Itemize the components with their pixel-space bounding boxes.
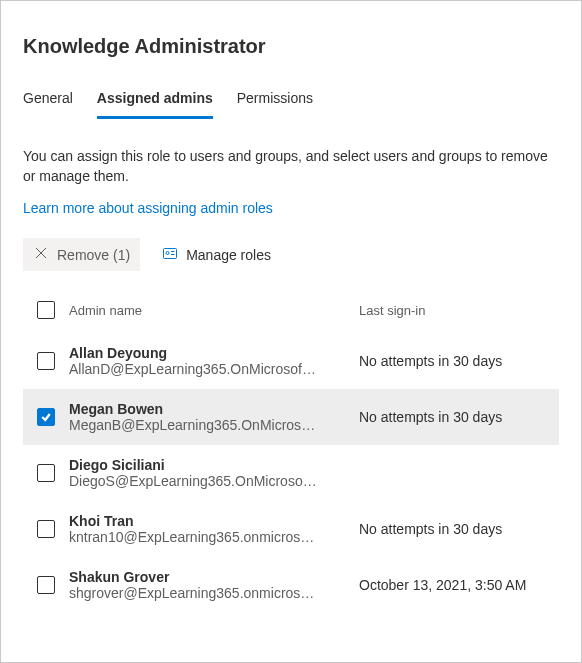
svg-point-3 — [166, 252, 169, 255]
row-checkbox[interactable] — [37, 408, 55, 426]
column-header-name[interactable]: Admin name — [69, 303, 359, 318]
admin-name: Allan Deyoung — [69, 345, 349, 361]
close-icon — [33, 245, 49, 264]
row-checkbox[interactable] — [37, 464, 55, 482]
page-title: Knowledge Administrator — [23, 35, 559, 58]
table-header: Admin name Last sign-in — [23, 295, 559, 333]
last-signin: No attempts in 30 days — [359, 409, 559, 425]
admin-name: Khoi Tran — [69, 513, 349, 529]
table-row[interactable]: Khoi Trankntran10@ExpLearning365.onmicro… — [23, 501, 559, 557]
admin-email: kntran10@ExpLearning365.onmicrosof... — [69, 529, 319, 545]
admin-list: Allan DeyoungAllanD@ExpLearning365.OnMic… — [23, 333, 559, 613]
admin-email: AllanD@ExpLearning365.OnMicrosoft.... — [69, 361, 319, 377]
column-header-signin[interactable]: Last sign-in — [359, 303, 559, 318]
description-text: You can assign this role to users and gr… — [23, 147, 559, 186]
admin-name: Diego Siciliani — [69, 457, 349, 473]
manage-roles-button[interactable]: Manage roles — [152, 238, 281, 271]
learn-more-link[interactable]: Learn more about assigning admin roles — [23, 200, 273, 216]
toolbar: Remove (1) Manage roles — [23, 238, 559, 271]
svg-rect-2 — [164, 249, 177, 259]
role-panel: Knowledge Administrator General Assigned… — [0, 0, 582, 663]
table-row[interactable]: Diego SicilianiDiegoS@ExpLearning365.OnM… — [23, 445, 559, 501]
table-row[interactable]: Shakun Grovershgrover@ExpLearning365.onm… — [23, 557, 559, 613]
last-signin: No attempts in 30 days — [359, 521, 559, 537]
remove-button-label: Remove (1) — [57, 247, 130, 263]
manage-roles-label: Manage roles — [186, 247, 271, 263]
admin-name: Megan Bowen — [69, 401, 349, 417]
admin-email: shgrover@ExpLearning365.onmicrosof... — [69, 585, 319, 601]
row-checkbox[interactable] — [37, 352, 55, 370]
table-row[interactable]: Megan BowenMeganB@ExpLearning365.OnMicro… — [23, 389, 559, 445]
id-card-icon — [162, 245, 178, 264]
admin-email: MeganB@ExpLearning365.OnMicrosof... — [69, 417, 319, 433]
tab-permissions[interactable]: Permissions — [237, 90, 313, 119]
admin-name: Shakun Grover — [69, 569, 349, 585]
last-signin: No attempts in 30 days — [359, 353, 559, 369]
row-checkbox[interactable] — [37, 576, 55, 594]
last-signin: October 13, 2021, 3:50 AM — [359, 577, 559, 593]
row-checkbox[interactable] — [37, 520, 55, 538]
remove-button[interactable]: Remove (1) — [23, 238, 140, 271]
tab-general[interactable]: General — [23, 90, 73, 119]
select-all-checkbox[interactable] — [37, 301, 55, 319]
table-row[interactable]: Allan DeyoungAllanD@ExpLearning365.OnMic… — [23, 333, 559, 389]
admin-email: DiegoS@ExpLearning365.OnMicrosoft.... — [69, 473, 319, 489]
tab-assigned-admins[interactable]: Assigned admins — [97, 90, 213, 119]
tab-bar: General Assigned admins Permissions — [23, 90, 559, 119]
